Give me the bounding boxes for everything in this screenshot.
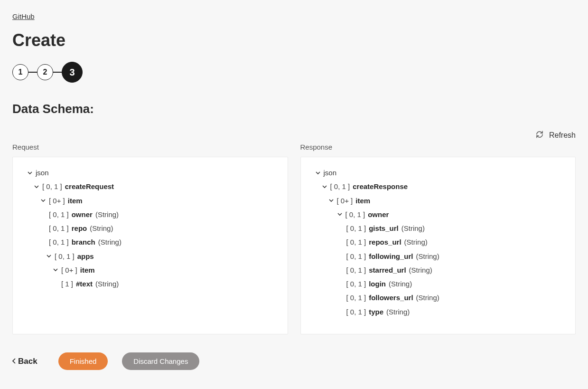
tree-name: followers_url <box>369 291 413 304</box>
tree-name: createResponse <box>353 180 408 193</box>
tree-leaf-gists-url[interactable]: [ 0, 1 ]gists_url(String) <box>310 221 566 235</box>
tree-cardinality: [ 0, 1 ] <box>346 291 366 304</box>
tree-type: (String) <box>409 263 432 277</box>
refresh-button[interactable]: Refresh <box>536 131 576 140</box>
chevron-down-icon <box>53 267 58 272</box>
tree-label: json <box>36 166 49 180</box>
request-panel: json [ 0, 1 ] createRequest [ 0+ ] item … <box>12 157 288 334</box>
tree-cardinality: [ 0+ ] <box>61 263 77 277</box>
tree-cardinality: [ 0+ ] <box>337 194 353 208</box>
tree-type: (String) <box>416 291 439 304</box>
response-panel: json [ 0, 1 ] createResponse [ 0+ ] item… <box>300 157 576 334</box>
tree-name: following_url <box>369 249 413 263</box>
tree-leaf-following-url[interactable]: [ 0, 1 ]following_url(String) <box>310 249 566 263</box>
tree-cardinality: [ 0, 1 ] <box>330 180 350 193</box>
finished-button[interactable]: Finished <box>58 352 108 370</box>
tree-name: gists_url <box>369 221 399 235</box>
tree-cardinality: [ 0, 1 ] <box>345 208 365 221</box>
tree-label: json <box>324 166 337 180</box>
tree-leaf-login[interactable]: [ 0, 1 ]login(String) <box>310 277 566 291</box>
tree-name: type <box>369 305 383 319</box>
tree-leaf-owner[interactable]: [ 0, 1 ] owner (String) <box>22 208 278 221</box>
tree-type: (String) <box>90 221 113 235</box>
tree-node-item[interactable]: [ 0+ ] item <box>310 194 566 208</box>
tree-node-createresponse[interactable]: [ 0, 1 ] createResponse <box>310 180 566 193</box>
chevron-down-icon <box>337 212 343 217</box>
section-title: Data Schema: <box>12 102 576 116</box>
chevron-down-icon <box>322 184 327 189</box>
tree-cardinality: [ 0, 1 ] <box>346 235 366 249</box>
step-connector <box>28 72 37 73</box>
tree-cardinality: [ 0, 1 ] <box>55 249 75 263</box>
response-label: Response <box>300 143 576 151</box>
refresh-icon <box>536 131 543 140</box>
tree-type: (String) <box>389 277 412 291</box>
tree-leaf-repos-url[interactable]: [ 0, 1 ]repos_url(String) <box>310 235 566 249</box>
back-button[interactable]: Back <box>12 357 37 366</box>
tree-node-apps[interactable]: [ 0, 1 ] apps <box>22 249 278 263</box>
tree-leaf-repo[interactable]: [ 0, 1 ] repo (String) <box>22 221 278 235</box>
chevron-down-icon <box>315 171 321 175</box>
chevron-down-icon <box>34 184 39 189</box>
step-2[interactable]: 2 <box>37 64 53 80</box>
tree-name: branch <box>72 235 95 249</box>
discard-changes-button[interactable]: Discard Changes <box>122 352 199 370</box>
tree-node-json[interactable]: json <box>310 166 566 180</box>
tree-node-createrequest[interactable]: [ 0, 1 ] createRequest <box>22 180 278 193</box>
tree-name: starred_url <box>369 263 406 277</box>
stepper: 1 2 3 <box>12 62 576 83</box>
tree-type: (String) <box>95 277 119 291</box>
tree-type: (String) <box>95 208 119 221</box>
tree-name: owner <box>368 208 389 221</box>
tree-node-owner[interactable]: [ 0, 1 ] owner <box>310 208 566 221</box>
tree-node-apps-item[interactable]: [ 0+ ] item <box>22 263 278 277</box>
step-connector <box>53 72 62 73</box>
tree-node-json[interactable]: json <box>22 166 278 180</box>
tree-cardinality: [ 0, 1 ] <box>49 221 69 235</box>
tree-name: item <box>80 263 95 277</box>
tree-name: #text <box>76 277 93 291</box>
tree-name: apps <box>77 249 94 263</box>
tree-cardinality: [ 1 ] <box>61 277 73 291</box>
tree-leaf-branch[interactable]: [ 0, 1 ] branch (String) <box>22 235 278 249</box>
tree-leaf-text[interactable]: [ 1 ] #text (String) <box>22 277 278 291</box>
tree-type: (String) <box>98 235 121 249</box>
tree-name: item <box>68 194 83 208</box>
breadcrumb: GitHub <box>12 12 576 21</box>
tree-leaf-followers-url[interactable]: [ 0, 1 ]followers_url(String) <box>310 291 566 304</box>
back-label: Back <box>18 357 37 366</box>
tree-cardinality: [ 0, 1 ] <box>49 208 69 221</box>
tree-cardinality: [ 0, 1 ] <box>346 263 366 277</box>
tree-cardinality: [ 0+ ] <box>49 194 65 208</box>
chevron-down-icon <box>46 254 52 258</box>
refresh-label: Refresh <box>549 131 576 140</box>
tree-cardinality: [ 0, 1 ] <box>42 180 62 193</box>
tree-type: (String) <box>416 249 439 263</box>
chevron-down-icon <box>40 198 46 203</box>
tree-type: (String) <box>404 235 428 249</box>
tree-node-item[interactable]: [ 0+ ] item <box>22 194 278 208</box>
tree-leaf-starred-url[interactable]: [ 0, 1 ]starred_url(String) <box>310 263 566 277</box>
tree-name: repo <box>72 221 87 235</box>
tree-name: repos_url <box>369 235 401 249</box>
step-1[interactable]: 1 <box>12 64 28 80</box>
tree-leaf-type[interactable]: [ 0, 1 ]type(String) <box>310 305 566 319</box>
tree-type: (String) <box>401 221 425 235</box>
tree-cardinality: [ 0, 1 ] <box>346 221 366 235</box>
tree-type: (String) <box>386 305 410 319</box>
tree-name: login <box>369 277 386 291</box>
tree-cardinality: [ 0, 1 ] <box>346 305 366 319</box>
step-3[interactable]: 3 <box>62 62 83 83</box>
tree-cardinality: [ 0, 1 ] <box>346 277 366 291</box>
request-label: Request <box>12 143 288 151</box>
chevron-down-icon <box>27 171 33 175</box>
breadcrumb-link-github[interactable]: GitHub <box>12 12 35 20</box>
tree-name: item <box>355 194 370 208</box>
tree-cardinality: [ 0, 1 ] <box>346 249 366 263</box>
tree-name: owner <box>72 208 93 221</box>
page-title: Create <box>12 30 576 50</box>
chevron-down-icon <box>328 198 334 203</box>
tree-name: createRequest <box>65 180 114 193</box>
chevron-left-icon <box>12 357 16 366</box>
tree-cardinality: [ 0, 1 ] <box>49 235 69 249</box>
